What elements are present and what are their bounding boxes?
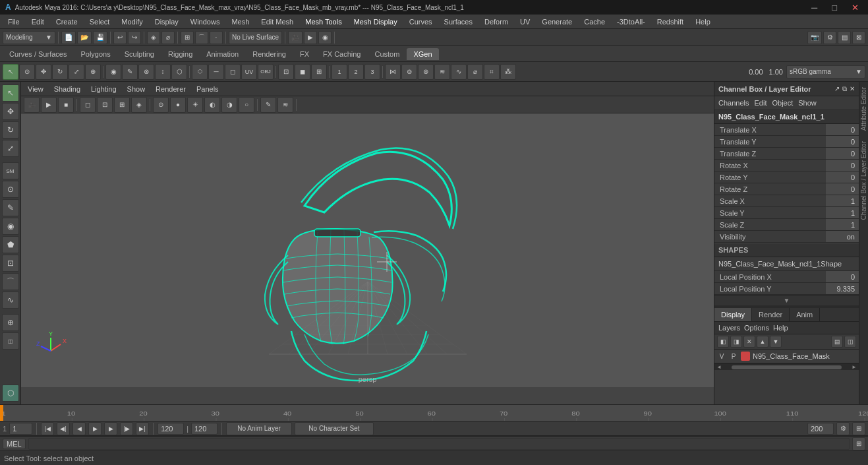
attribute-editor-tab[interactable]: Attribute Editor Channel Box / Layer Edi… bbox=[859, 82, 868, 404]
select-mode[interactable]: ◈ bbox=[147, 31, 160, 44]
menu-deform[interactable]: Deform bbox=[479, 16, 513, 27]
display-settings[interactable]: ▤ bbox=[838, 31, 851, 44]
snap-point[interactable]: · bbox=[210, 31, 223, 44]
menu-3dto-all[interactable]: -3DtoAll- bbox=[612, 16, 651, 27]
bind-skin-btn[interactable]: ⊡ bbox=[2, 255, 19, 272]
menu-mesh[interactable]: Mesh bbox=[226, 16, 254, 27]
lasso-tool-btn[interactable]: ⊙ bbox=[2, 181, 19, 198]
lasso-mode[interactable]: ⌀ bbox=[161, 31, 175, 44]
timeline-settings-btn[interactable]: ⊞ bbox=[852, 422, 865, 435]
layer-move-up-btn[interactable]: ▲ bbox=[757, 336, 768, 348]
channel-row-translate-y[interactable]: Translate Y 0 bbox=[714, 136, 859, 148]
scroll-right-btn[interactable]: ► bbox=[851, 364, 857, 371]
layer-tab-options[interactable]: Options bbox=[744, 324, 769, 332]
camera-settings[interactable]: 📷 bbox=[807, 31, 822, 44]
prev-key-btn[interactable]: ◀| bbox=[57, 422, 70, 435]
menu-edit-mesh[interactable]: Edit Mesh bbox=[256, 16, 299, 27]
rotate-tool-btn[interactable]: ↻ bbox=[2, 121, 19, 139]
channel-row-rotate-x[interactable]: Rotate X 0 bbox=[714, 160, 859, 171]
anim-layer-selector[interactable]: No Anim Layer bbox=[226, 422, 292, 435]
redo-button[interactable]: ↪ bbox=[128, 31, 141, 44]
menu-display[interactable]: Display bbox=[150, 16, 184, 27]
xgen-icon-8[interactable]: ⁂ bbox=[500, 64, 516, 80]
ep-curve-btn[interactable]: ∿ bbox=[2, 292, 19, 309]
scroll-left-btn[interactable]: ◄ bbox=[716, 364, 722, 371]
snap-grid[interactable]: ⊞ bbox=[181, 31, 194, 44]
vp-menu-show[interactable]: Show bbox=[123, 84, 150, 94]
vp-stop-btn[interactable]: ■ bbox=[58, 97, 74, 113]
prev-frame-btn[interactable]: ◀ bbox=[72, 422, 86, 435]
mel-input[interactable] bbox=[28, 438, 850, 450]
menu-create[interactable]: Create bbox=[51, 16, 83, 27]
tab-animation[interactable]: Animation bbox=[200, 48, 245, 60]
expand-shapes-btn[interactable]: ▼ bbox=[714, 295, 859, 305]
live-surface-btn[interactable]: No Live Surface bbox=[229, 31, 282, 44]
save-button[interactable]: 💾 bbox=[93, 31, 107, 44]
ch-tab-channels[interactable]: Channels bbox=[718, 99, 749, 107]
vp-menu-panels[interactable]: Panels bbox=[192, 84, 223, 94]
new-layer-btn[interactable]: ◧ bbox=[717, 336, 729, 348]
soft-mod-btn[interactable]: SM bbox=[2, 162, 19, 179]
render-camera[interactable]: 🎥 bbox=[288, 31, 303, 44]
vp-play-btn[interactable]: ▶ bbox=[41, 97, 57, 113]
xgen-icon-1[interactable]: ⋈ bbox=[385, 64, 401, 80]
playback-settings-btn[interactable]: ⚙ bbox=[836, 422, 850, 435]
current-frame-field[interactable] bbox=[9, 423, 32, 435]
viewport-3d[interactable]: X Y Z persp bbox=[21, 113, 714, 387]
camera-tool-icon[interactable]: ⬡ bbox=[171, 64, 187, 80]
paint-effects-btn[interactable]: ✎ bbox=[2, 199, 19, 216]
layer-deselect-btn[interactable]: ◫ bbox=[844, 336, 856, 348]
close-button[interactable]: ✕ bbox=[848, 3, 863, 13]
tab-fx[interactable]: FX bbox=[293, 48, 316, 60]
layer-item[interactable]: V P N95_Class_Face_Mask bbox=[714, 350, 859, 363]
vp-ss-icon[interactable]: ○ bbox=[239, 97, 254, 113]
vp-menu-renderer[interactable]: Renderer bbox=[152, 84, 190, 94]
view-cube-btn[interactable]: ⬡ bbox=[2, 385, 19, 402]
menu-cache[interactable]: Cache bbox=[579, 16, 610, 27]
vertex-icon[interactable]: ⬡ bbox=[192, 64, 208, 80]
tab-curves-surfaces[interactable]: Curves / Surfaces bbox=[3, 48, 73, 60]
playback-speed-field[interactable] bbox=[807, 423, 834, 435]
joint-tool-btn[interactable]: ⬟ bbox=[2, 236, 19, 253]
cv-curve-btn[interactable]: ⌒ bbox=[2, 273, 19, 290]
tab-polygons[interactable]: Polygons bbox=[74, 48, 117, 60]
face-icon[interactable]: ◻ bbox=[225, 64, 241, 80]
xgen-icon-3[interactable]: ⊛ bbox=[418, 64, 434, 80]
scale-tool-icon[interactable]: ⤢ bbox=[69, 64, 84, 80]
channel-row-translate-z[interactable]: Translate Z 0 bbox=[714, 148, 859, 160]
channel-row-translate-x[interactable]: Translate X 0 bbox=[714, 124, 859, 136]
paint-icon[interactable]: ✎ bbox=[122, 64, 138, 80]
layer-select-all-btn[interactable]: ▤ bbox=[831, 336, 843, 348]
tab-anim[interactable]: Anim bbox=[790, 308, 820, 321]
vp-xray[interactable]: ⊙ bbox=[153, 97, 169, 113]
xform-tool-icon[interactable]: ⊕ bbox=[85, 64, 101, 80]
menu-redshift[interactable]: Redshift bbox=[652, 16, 689, 27]
select-tool-btn[interactable]: ↖ bbox=[2, 84, 19, 102]
layer-visibility-toggle[interactable]: V bbox=[717, 353, 726, 360]
minimize-button[interactable]: ─ bbox=[807, 3, 821, 13]
scroll-thumb[interactable] bbox=[732, 365, 842, 369]
resolution-1[interactable]: 1 bbox=[332, 64, 347, 80]
resolution-3[interactable]: 3 bbox=[364, 64, 380, 80]
render-settings[interactable]: ⚙ bbox=[823, 31, 836, 44]
layer-tab-help[interactable]: Help bbox=[773, 324, 788, 332]
ipr-render[interactable]: ◉ bbox=[318, 31, 332, 44]
shape-channel-local-pos-x[interactable]: Local Position X 0 bbox=[714, 271, 859, 283]
rotate-tool-icon[interactable]: ↻ bbox=[52, 64, 68, 80]
smooth-icon[interactable]: ◼ bbox=[295, 64, 310, 80]
ch-tab-object[interactable]: Object bbox=[772, 99, 793, 107]
resolution-2[interactable]: 2 bbox=[348, 64, 364, 80]
char-set-selector[interactable]: No Character Set bbox=[295, 422, 374, 435]
channel-row-scale-y[interactable]: Scale Y 1 bbox=[714, 207, 859, 219]
play-btn[interactable]: ▶ bbox=[88, 422, 101, 435]
menu-curves[interactable]: Curves bbox=[404, 16, 438, 27]
workspace-dropdown[interactable]: Modeling ▼ bbox=[3, 31, 55, 44]
menu-edit[interactable]: Edit bbox=[26, 16, 49, 27]
vp-paint-fx[interactable]: ✎ bbox=[260, 97, 276, 113]
tab-xgen[interactable]: XGen bbox=[407, 48, 438, 60]
next-frame-btn[interactable]: ▶ bbox=[104, 422, 117, 435]
tab-rigging[interactable]: Rigging bbox=[161, 48, 199, 60]
gamma-selector[interactable]: sRGB gamma ▼ bbox=[786, 65, 865, 78]
tab-sculpting[interactable]: Sculpting bbox=[118, 48, 161, 60]
menu-windows[interactable]: Windows bbox=[185, 16, 225, 27]
